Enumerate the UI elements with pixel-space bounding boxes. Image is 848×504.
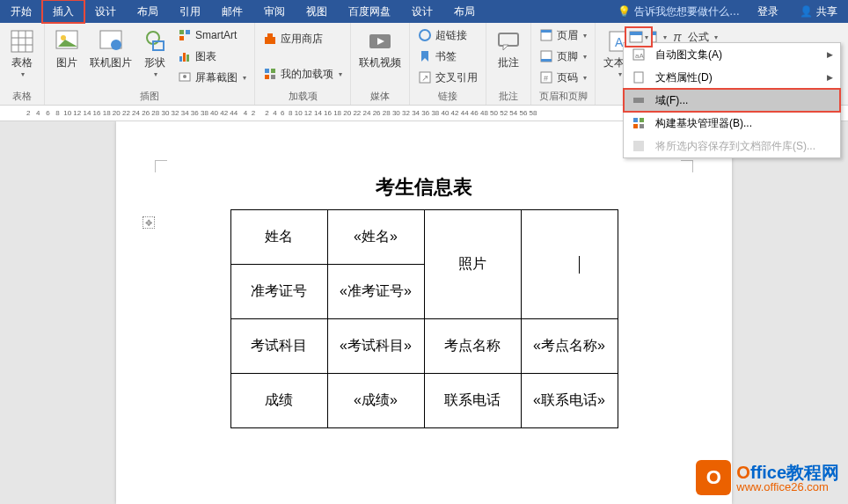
- tab-insert[interactable]: 插入: [42, 0, 84, 23]
- menu-autotext[interactable]: aA 自动图文集(A) ▶: [624, 43, 840, 66]
- doc-property-icon: [631, 69, 647, 85]
- ribbon-group-comments: 批注 批注: [486, 23, 531, 105]
- tab-baidu[interactable]: 百度网盘: [338, 0, 401, 23]
- share-icon: 👤: [800, 5, 813, 18]
- document-area[interactable]: ✥ 考生信息表 姓名 «姓名» 照片 准考证号 «准考证号» 考试科目 «考试科…: [0, 121, 848, 504]
- tell-me-box[interactable]: 💡 告诉我您想要做什么…: [610, 4, 747, 19]
- svg-rect-11: [179, 30, 184, 34]
- tab-table-design[interactable]: 设计: [401, 0, 443, 23]
- svg-rect-21: [265, 69, 269, 73]
- tab-design[interactable]: 设计: [84, 0, 127, 23]
- cross-ref-button[interactable]: ↗ 交叉引用: [414, 68, 481, 87]
- footer-button[interactable]: 页脚: [536, 47, 590, 66]
- tab-references[interactable]: 引用: [169, 0, 211, 23]
- menu-field[interactable]: 域(F)...: [624, 89, 840, 112]
- menu-save-selection[interactable]: 将所选内容保存到文档部件库(S)...: [624, 135, 840, 157]
- ribbon-tab-bar: 开始 插入 设计 布局 引用 邮件 审阅 视图 百度网盘 设计 布局 💡 告诉我…: [0, 0, 848, 23]
- svg-rect-15: [183, 53, 186, 62]
- cell-score-value[interactable]: «成绩»: [327, 374, 424, 428]
- bookmark-icon: [418, 49, 432, 63]
- menu-building-blocks[interactable]: 构建基块管理器(B)...: [624, 112, 840, 135]
- screenshot-icon: [178, 70, 192, 84]
- online-video-button[interactable]: 联机视频: [355, 26, 405, 87]
- svg-rect-0: [11, 31, 33, 52]
- video-icon: [366, 27, 394, 55]
- tab-mailings[interactable]: 邮件: [211, 0, 253, 23]
- watermark-logo-icon: O: [696, 460, 731, 495]
- tab-view[interactable]: 视图: [296, 0, 338, 23]
- cell-score-label[interactable]: 成绩: [230, 374, 327, 428]
- candidate-info-table[interactable]: 姓名 «姓名» 照片 准考证号 «准考证号» 考试科目 «考试科目» 考点名称 …: [230, 209, 618, 428]
- comment-icon: [494, 27, 523, 55]
- ribbon-group-links: 超链接 书签 ↗ 交叉引用 链接: [410, 23, 486, 105]
- svg-point-27: [420, 30, 430, 40]
- ribbon-group-media: 联机视频 媒体: [351, 23, 410, 105]
- svg-rect-10: [153, 41, 164, 50]
- cell-subject-value[interactable]: «考试科目»: [327, 319, 424, 374]
- smartart-button[interactable]: SmartArt: [174, 26, 250, 45]
- svg-rect-34: [541, 30, 552, 33]
- group-label-illustrations: 插图: [49, 88, 250, 105]
- svg-rect-47: [634, 72, 643, 83]
- table-move-handle[interactable]: ✥: [143, 216, 155, 229]
- bookmark-button[interactable]: 书签: [414, 47, 481, 66]
- cell-ticket-label[interactable]: 准考证号: [230, 265, 327, 319]
- picture-button[interactable]: 图片: [49, 26, 84, 87]
- table-row[interactable]: 姓名 «姓名» 照片: [230, 210, 618, 265]
- online-picture-icon: [97, 27, 125, 55]
- cell-subject-label[interactable]: 考试科目: [230, 319, 327, 374]
- group-label-media: 媒体: [355, 88, 405, 105]
- cell-phone-label[interactable]: 联系电话: [424, 374, 521, 428]
- table-row[interactable]: 成绩 «成绩» 联系电话 «联系电话»: [230, 374, 618, 428]
- tab-table-layout[interactable]: 布局: [443, 0, 486, 23]
- watermark-url: www.office26.com: [736, 481, 839, 493]
- svg-rect-50: [640, 118, 644, 122]
- quick-parts-button[interactable]: ▾: [625, 27, 652, 47]
- cell-photo-value[interactable]: [521, 210, 618, 319]
- quick-parts-icon-highlighted: [629, 31, 643, 43]
- page-number-button[interactable]: # 页码: [536, 68, 590, 87]
- document-page[interactable]: ✥ 考生信息表 姓名 «姓名» 照片 准考证号 «准考证号» 考试科目 «考试科…: [116, 121, 732, 504]
- cell-name-label[interactable]: 姓名: [230, 210, 327, 265]
- table-row[interactable]: 考试科目 «考试科目» 考点名称 «考点名称»: [230, 319, 618, 374]
- ribbon-group-addins: 应用商店 我的加载项 加载项: [255, 23, 351, 105]
- svg-rect-19: [265, 37, 275, 44]
- menu-doc-property[interactable]: 文档属性(D) ▶: [624, 66, 840, 89]
- svg-rect-13: [179, 36, 184, 40]
- cell-name-value[interactable]: «姓名»: [327, 210, 424, 265]
- comments-button[interactable]: 批注: [491, 26, 526, 87]
- svg-text:#: #: [544, 74, 548, 83]
- hyperlink-button[interactable]: 超链接: [414, 26, 481, 45]
- shapes-button[interactable]: 形状: [137, 26, 172, 87]
- chart-button[interactable]: 图表: [174, 47, 250, 66]
- group-label-table: 表格: [4, 88, 40, 105]
- cell-ticket-value[interactable]: «准考证号»: [327, 265, 424, 319]
- svg-rect-24: [271, 75, 275, 79]
- ribbon-group-table: 表格 表格: [0, 23, 45, 105]
- svg-rect-22: [271, 69, 275, 73]
- cell-phone-value[interactable]: «联系电话»: [521, 374, 618, 428]
- app-store-button[interactable]: 应用商店: [260, 29, 346, 48]
- online-picture-button[interactable]: 联机图片: [86, 26, 135, 87]
- svg-marker-28: [421, 51, 428, 62]
- store-icon: [263, 32, 277, 46]
- page-number-icon: #: [539, 70, 553, 84]
- cell-photo-label[interactable]: 照片: [424, 210, 521, 319]
- header-button[interactable]: 页眉: [536, 26, 590, 45]
- document-title[interactable]: 考生信息表: [116, 174, 732, 201]
- tab-layout[interactable]: 布局: [127, 0, 169, 23]
- svg-rect-16: [186, 55, 189, 62]
- share-button[interactable]: 👤 共享: [789, 4, 848, 19]
- screenshot-button[interactable]: 屏幕截图: [174, 68, 250, 87]
- login-button[interactable]: 登录: [747, 4, 789, 19]
- autotext-icon: aA: [631, 47, 647, 62]
- svg-point-18: [183, 75, 186, 78]
- tab-review[interactable]: 审阅: [253, 0, 296, 23]
- tab-start[interactable]: 开始: [0, 0, 42, 23]
- cell-site-label[interactable]: 考点名称: [424, 319, 521, 374]
- my-addins-button[interactable]: 我的加载项: [260, 64, 346, 84]
- text-cursor: [579, 256, 580, 274]
- table-button[interactable]: 表格: [4, 26, 40, 87]
- cell-site-value[interactable]: «考点名称»: [521, 319, 618, 374]
- svg-rect-20: [267, 33, 273, 37]
